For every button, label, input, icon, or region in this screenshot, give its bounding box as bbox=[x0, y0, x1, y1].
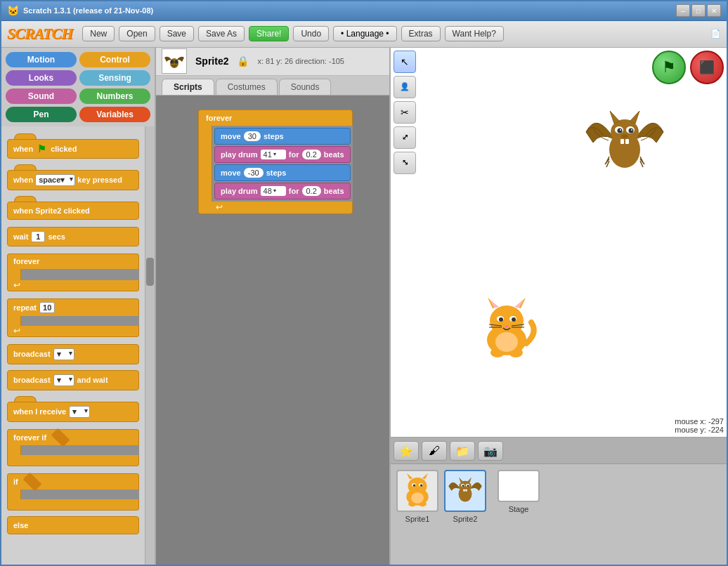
help-button[interactable]: Want Help? bbox=[445, 26, 504, 41]
minimize-button[interactable]: – bbox=[676, 4, 690, 17]
maximize-button[interactable]: □ bbox=[691, 4, 706, 17]
block-broadcast-wait[interactable]: broadcast ▾ and wait bbox=[7, 370, 139, 390]
svg-point-29 bbox=[620, 129, 621, 131]
svg-point-4 bbox=[490, 305, 524, 336]
category-looks[interactable]: Looks bbox=[6, 70, 77, 86]
cat-sprite-svg bbox=[475, 294, 538, 364]
sprite-item-sprite2[interactable]: Sprite2 bbox=[444, 470, 486, 523]
canvas-forever-bottom: ↩ bbox=[198, 202, 353, 214]
sprite-list: Sprite1 bbox=[391, 464, 727, 565]
drum1-dropdown[interactable]: 41 ▾ bbox=[261, 150, 286, 159]
wait-input[interactable]: 1 bbox=[31, 231, 45, 242]
tab-sounds[interactable]: Sounds bbox=[279, 79, 332, 95]
share-button[interactable]: Share! bbox=[249, 26, 289, 41]
save-button[interactable]: Save bbox=[160, 26, 194, 41]
block-when-clicked[interactable]: when ⚑ clicked bbox=[7, 139, 139, 159]
drum1-beats-val[interactable]: 0.2 bbox=[302, 150, 321, 159]
svg-point-28 bbox=[629, 128, 634, 133]
undo-button[interactable]: Undo bbox=[293, 26, 329, 41]
camera-sprite-button[interactable]: 📷 bbox=[478, 441, 503, 461]
open-button[interactable]: Open bbox=[119, 26, 155, 41]
svg-point-2 bbox=[175, 60, 178, 64]
canvas-c-arm bbox=[198, 126, 212, 202]
save-as-button[interactable]: Save As bbox=[198, 26, 245, 41]
svg-marker-49 bbox=[467, 478, 472, 483]
sprite1-on-stage[interactable] bbox=[475, 294, 538, 367]
main-content: Motion Control Looks Sensing Sound Numbe… bbox=[1, 48, 727, 565]
category-sensing[interactable]: Sensing bbox=[79, 70, 150, 86]
svg-marker-48 bbox=[459, 478, 463, 483]
block-broadcast[interactable]: broadcast ▾ bbox=[7, 344, 139, 364]
block-if[interactable]: if bbox=[7, 473, 139, 511]
script-area-container: Sprite2 🔒 x: 81 y: 26 direction: -105 Sc… bbox=[156, 48, 389, 565]
stage-item[interactable]: Stage bbox=[498, 470, 540, 513]
titlebar-controls: – □ ✕ bbox=[676, 4, 721, 17]
key-dropdown[interactable]: space▾ bbox=[35, 174, 75, 186]
category-motion[interactable]: Motion bbox=[6, 52, 77, 67]
move1-val[interactable]: 30 bbox=[244, 131, 261, 141]
scratch-logo: SCRATCH bbox=[7, 25, 72, 43]
svg-point-1 bbox=[171, 60, 174, 64]
repeat-input[interactable]: 10 bbox=[39, 302, 55, 313]
new-button[interactable]: New bbox=[82, 26, 115, 41]
palette-scrollbar[interactable] bbox=[145, 126, 155, 565]
canvas-inner-blocks: move 30 steps play drum 41 ▾ bbox=[212, 126, 353, 202]
block-else[interactable]: else bbox=[7, 516, 139, 534]
category-numbers[interactable]: Numbers bbox=[79, 88, 150, 104]
sprite-list-panel: ⭐ 🖌 📁 📷 bbox=[391, 438, 727, 565]
script-canvas[interactable]: forever move 30 bbox=[156, 96, 389, 565]
category-sound[interactable]: Sound bbox=[6, 88, 77, 104]
block-when-sprite-clicked[interactable]: when Sprite2 clicked bbox=[7, 202, 139, 220]
svg-point-30 bbox=[631, 129, 632, 131]
sprite-thumb-image bbox=[162, 49, 186, 73]
sprite2-thumbnail bbox=[444, 470, 486, 512]
block-when-key[interactable]: when space▾ key pressed bbox=[7, 170, 139, 190]
drum2-dropdown[interactable]: 48 ▾ bbox=[261, 186, 286, 196]
sprite-name-display: Sprite2 bbox=[195, 55, 228, 67]
block-forever-if[interactable]: forever if bbox=[7, 429, 139, 466]
broadcast-dropdown[interactable]: ▾ bbox=[53, 348, 74, 360]
canvas-block-move1[interactable]: move 30 steps bbox=[214, 128, 351, 145]
svg-point-40 bbox=[413, 484, 415, 486]
category-variables[interactable]: Variables bbox=[79, 107, 150, 122]
block-when-receive[interactable]: when I receive ▾ bbox=[7, 402, 139, 422]
sprite-list-toolbar: ⭐ 🖌 📁 📷 bbox=[391, 438, 727, 464]
canvas-block-move2[interactable]: move -30 steps bbox=[214, 164, 351, 181]
tab-scripts[interactable]: Scripts bbox=[162, 79, 214, 95]
sprite-info-bar: Sprite2 🔒 x: 81 y: 26 direction: -105 bbox=[156, 48, 389, 76]
language-button[interactable]: • Language • bbox=[333, 26, 396, 41]
svg-point-52 bbox=[462, 485, 464, 487]
paint-sprite-button[interactable]: 🖌 bbox=[422, 441, 447, 461]
right-panel: ↖ 👤 ✂ ⤢ ⤡ ⚑ ⬛ bbox=[389, 48, 727, 565]
block-repeat[interactable]: repeat 10 ↩ bbox=[7, 298, 139, 337]
sprite2-on-stage[interactable] bbox=[579, 104, 670, 183]
svg-rect-32 bbox=[620, 139, 624, 144]
svg-rect-33 bbox=[625, 139, 629, 144]
left-panel: Motion Control Looks Sensing Sound Numbe… bbox=[1, 48, 156, 565]
svg-marker-23 bbox=[610, 111, 620, 124]
canvas-forever-block[interactable]: forever move 30 bbox=[198, 110, 353, 214]
forever-arrow-icon: ↩ bbox=[216, 202, 223, 212]
canvas-block-drum1[interactable]: play drum 41 ▾ for 0.2 beats bbox=[214, 146, 351, 163]
sprite1-thumbnail bbox=[396, 470, 438, 512]
tab-costumes[interactable]: Costumes bbox=[216, 79, 278, 95]
category-control[interactable]: Control bbox=[79, 52, 150, 67]
category-pen[interactable]: Pen bbox=[6, 107, 77, 122]
close-button[interactable]: ✕ bbox=[707, 4, 721, 17]
svg-point-31 bbox=[621, 134, 628, 138]
drum2-beats-val[interactable]: 0.2 bbox=[302, 186, 321, 196]
move2-val[interactable]: -30 bbox=[244, 168, 264, 178]
extras-button[interactable]: Extras bbox=[401, 26, 441, 41]
stage-content bbox=[391, 48, 727, 437]
folder-sprite-button[interactable]: 📁 bbox=[450, 441, 475, 461]
block-palette: when ⚑ clicked when space▾ key pressed bbox=[1, 126, 145, 565]
canvas-block-drum2[interactable]: play drum 48 ▾ for 0.2 beats bbox=[214, 183, 351, 199]
broadcast-wait-dropdown[interactable]: ▾ bbox=[53, 374, 74, 386]
block-wait[interactable]: wait 1 secs bbox=[7, 227, 139, 246]
help-icon: 📄 bbox=[710, 29, 721, 39]
new-sprite-button[interactable]: ⭐ bbox=[394, 441, 419, 461]
sprite-item-sprite1[interactable]: Sprite1 bbox=[396, 470, 438, 523]
receive-dropdown[interactable]: ▾ bbox=[69, 406, 90, 418]
svg-point-41 bbox=[420, 484, 422, 486]
block-forever[interactable]: forever ↩ bbox=[7, 254, 139, 291]
